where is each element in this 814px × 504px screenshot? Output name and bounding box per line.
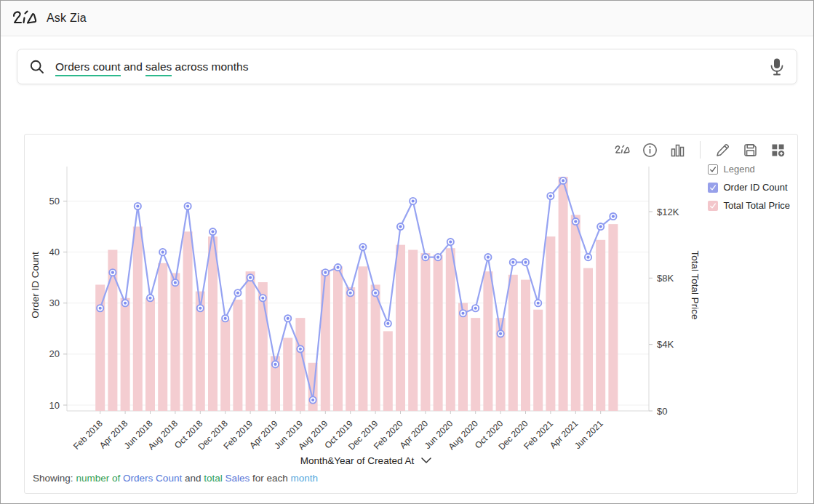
line-marker-dot xyxy=(474,307,477,310)
showing-token[interactable]: Orders Count xyxy=(123,473,182,484)
line-marker-dot xyxy=(574,220,577,223)
legend-label-price: Total Total Price xyxy=(723,200,790,211)
bar-Jul 2018[interactable] xyxy=(158,263,167,411)
bar-Feb 2018[interactable] xyxy=(95,284,105,411)
line-marker-dot xyxy=(562,179,564,182)
bar-Nov 2018[interactable] xyxy=(208,236,218,411)
microphone-icon[interactable] xyxy=(767,57,786,77)
line-marker-dot xyxy=(224,317,227,320)
bar-Feb 2020[interactable] xyxy=(396,245,405,411)
showing-bar: Showing:number of Orders Count and total… xyxy=(33,473,318,484)
bar-May 2020[interactable] xyxy=(434,255,443,411)
bar-Apr 2020[interactable] xyxy=(420,253,430,411)
legend-item-total-price[interactable]: Total Total Price xyxy=(708,200,790,211)
legend-checkbox[interactable] xyxy=(708,164,718,175)
showing-token[interactable]: Sales xyxy=(225,473,250,484)
bar-Jun 2018[interactable] xyxy=(145,298,155,411)
y-tick-label-right: $0 xyxy=(657,406,667,417)
line-marker-dot xyxy=(274,363,276,366)
bar-Feb 2019[interactable] xyxy=(246,271,255,411)
search-icon xyxy=(29,59,45,75)
line-marker-dot xyxy=(211,230,214,233)
x-axis-title[interactable]: Month&Year of Created At xyxy=(300,455,415,466)
line-marker-dot xyxy=(549,194,552,197)
showing-token[interactable]: number of xyxy=(76,473,121,484)
bar-Apr 2018[interactable] xyxy=(121,298,130,411)
app-header: Ask Zia xyxy=(1,1,813,36)
line-marker-dot xyxy=(299,348,302,351)
line-marker-dot xyxy=(199,307,201,310)
line-marker-dot xyxy=(487,256,490,259)
add-to-dashboard-icon[interactable] xyxy=(770,143,786,158)
edit-icon[interactable] xyxy=(715,143,730,158)
y-tick-label-left: 40 xyxy=(49,247,60,257)
line-marker-dot xyxy=(537,302,540,305)
y-tick-label-left: 10 xyxy=(49,400,60,411)
zia-icon[interactable] xyxy=(615,143,630,158)
bar-Dec 2018[interactable] xyxy=(220,319,230,411)
bar-Jul 2021[interactable] xyxy=(608,224,618,411)
bar-Aug 2020[interactable] xyxy=(471,318,480,411)
bar-Oct 2019[interactable] xyxy=(346,287,355,411)
line-marker-dot xyxy=(161,251,164,254)
y-tick-label-right: $4K xyxy=(657,339,674,350)
search-token[interactable]: sales xyxy=(145,60,172,76)
bar-May 2021[interactable] xyxy=(583,268,593,411)
legend-item-order-id-count[interactable]: Order ID Count xyxy=(708,182,790,193)
bar-Sep 2020[interactable] xyxy=(483,271,492,411)
bar-Nov 2020[interactable] xyxy=(508,275,518,411)
y-tick-label-left: 20 xyxy=(49,348,60,359)
info-icon[interactable] xyxy=(642,143,658,158)
line-marker-dot xyxy=(236,292,239,295)
chart-toolbar xyxy=(615,141,786,159)
bar-Mar 2021[interactable] xyxy=(559,177,568,411)
line-marker-dot xyxy=(449,241,452,244)
y-tick-label-right: $12K xyxy=(657,207,679,217)
bar-Sep 2019[interactable] xyxy=(333,266,343,411)
chart-card: Legend Order ID Count Total Total Price … xyxy=(24,134,798,494)
x-axis-title-chevron-down-icon[interactable] xyxy=(422,458,431,463)
legend-checkbox-price[interactable] xyxy=(708,201,718,211)
line-marker-dot xyxy=(336,266,339,269)
y-tick-label-left: 30 xyxy=(49,297,60,308)
chart-svg[interactable]: 1020304050$0$4K$8K$12KFeb 2018Apr 2018Ju… xyxy=(25,135,799,495)
line-marker-dot xyxy=(311,399,314,401)
showing-token[interactable]: total xyxy=(204,473,223,484)
line-marker-dot xyxy=(586,256,589,259)
legend-checkbox-count[interactable] xyxy=(708,183,718,193)
bar-Dec 2020[interactable] xyxy=(521,280,530,411)
search-input[interactable]: Orders count and sales across months xyxy=(17,49,797,84)
bar-Jan 2021[interactable] xyxy=(533,310,543,411)
legend-toggle[interactable]: Legend xyxy=(708,164,790,175)
bar-Jun 2021[interactable] xyxy=(596,240,605,411)
toolbar-divider xyxy=(700,141,701,159)
chart-legend: Legend Order ID Count Total Total Price xyxy=(708,164,790,218)
bar-Jan 2019[interactable] xyxy=(233,300,242,411)
bar-Nov 2019[interactable] xyxy=(358,266,367,411)
bar-Dec 2019[interactable] xyxy=(371,284,380,411)
bar-Sep 2018[interactable] xyxy=(183,231,193,411)
line-marker-dot xyxy=(148,297,151,300)
bar-May 2018[interactable] xyxy=(133,227,143,411)
bar-Jul 2020[interactable] xyxy=(458,303,468,411)
bar-Feb 2021[interactable] xyxy=(546,236,555,411)
line-marker-dot xyxy=(249,276,252,279)
bar-May 2019[interactable] xyxy=(283,338,292,411)
bar-Jun 2020[interactable] xyxy=(446,248,455,411)
search-query-text[interactable]: Orders count and sales across months xyxy=(55,60,767,73)
showing-token[interactable]: month xyxy=(291,473,319,484)
line-marker-dot xyxy=(511,261,514,264)
bar-Apr 2021[interactable] xyxy=(571,215,580,411)
chart-type-icon[interactable] xyxy=(670,143,685,158)
y-tick-label-right: $8K xyxy=(657,273,674,284)
bar-Aug 2019[interactable] xyxy=(321,270,330,411)
line-marker-dot xyxy=(461,312,464,315)
line-marker-dot xyxy=(599,225,602,228)
line-marker-dot xyxy=(524,261,527,264)
line-marker-dot xyxy=(612,215,615,217)
bar-Jan 2020[interactable] xyxy=(383,331,393,411)
bar-Aug 2018[interactable] xyxy=(170,273,180,411)
search-token[interactable]: Orders count xyxy=(55,60,121,76)
bar-Mar 2020[interactable] xyxy=(408,250,418,411)
save-icon[interactable] xyxy=(743,143,758,158)
